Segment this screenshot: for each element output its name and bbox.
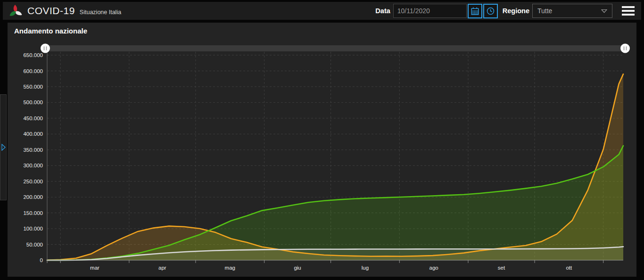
expand-arrow-icon bbox=[1, 144, 6, 151]
y-tick-label: 100.000 bbox=[23, 226, 43, 231]
y-tick-label: 300.000 bbox=[23, 163, 43, 168]
region-select-value: Tutte bbox=[537, 7, 552, 15]
x-tick-label: mar bbox=[90, 265, 99, 271]
panel-title: Andamento nazionale bbox=[14, 27, 87, 35]
x-tick-label: mag bbox=[225, 265, 235, 271]
y-tick-label: 400.000 bbox=[23, 131, 43, 137]
y-tick-label: 200.000 bbox=[23, 194, 43, 200]
chevron-down-icon bbox=[601, 9, 607, 13]
protezione-civile-logo-icon bbox=[8, 3, 23, 18]
y-tick-label: 450.000 bbox=[23, 115, 43, 121]
app-header: COVID-19 Situazione Italia Data Regio bbox=[3, 2, 641, 20]
x-tick-label: ago bbox=[429, 265, 438, 271]
app-subtitle: Situazione Italia bbox=[80, 9, 121, 16]
y-tick-label: 650.000 bbox=[23, 52, 43, 58]
x-tick-label: lug bbox=[362, 265, 369, 271]
time-slider-track[interactable] bbox=[43, 45, 627, 51]
x-tick-label: giu bbox=[294, 265, 301, 271]
x-tick-label: apr bbox=[158, 265, 166, 271]
region-select[interactable]: Tutte bbox=[532, 4, 612, 18]
region-label: Regione bbox=[503, 7, 529, 15]
y-tick-label: 600.000 bbox=[23, 68, 43, 74]
menu-button[interactable] bbox=[621, 2, 636, 20]
hamburger-icon bbox=[622, 6, 635, 16]
y-tick-label: 550.000 bbox=[23, 84, 43, 90]
time-slider-left-handle[interactable] bbox=[41, 44, 50, 53]
y-tick-label: 50.000 bbox=[26, 242, 43, 247]
y-tick-label: 500.000 bbox=[23, 99, 43, 105]
x-tick-label: ott bbox=[566, 265, 572, 271]
y-tick-label: 0 bbox=[40, 257, 43, 263]
date-label: Data bbox=[375, 7, 390, 15]
date-input[interactable] bbox=[393, 4, 467, 18]
y-tick-label: 150.000 bbox=[23, 210, 43, 216]
national-trend-chart[interactable]: 050.000100.000150.000200.000250.000300.0… bbox=[8, 23, 636, 277]
time-slider-right-handle[interactable] bbox=[620, 44, 630, 53]
x-tick-label: set bbox=[498, 265, 505, 271]
y-tick-label: 350.000 bbox=[23, 147, 43, 153]
national-trend-panel: 050.000100.000150.000200.000250.000300.0… bbox=[8, 23, 636, 277]
expand-sidebar-tab[interactable] bbox=[0, 94, 7, 200]
time-button[interactable] bbox=[483, 4, 498, 18]
clock-icon bbox=[487, 7, 495, 15]
calendar-icon bbox=[471, 7, 479, 15]
app-title: COVID-19 bbox=[27, 5, 75, 16]
calendar-button[interactable] bbox=[468, 4, 482, 18]
y-tick-label: 250.000 bbox=[23, 179, 43, 184]
